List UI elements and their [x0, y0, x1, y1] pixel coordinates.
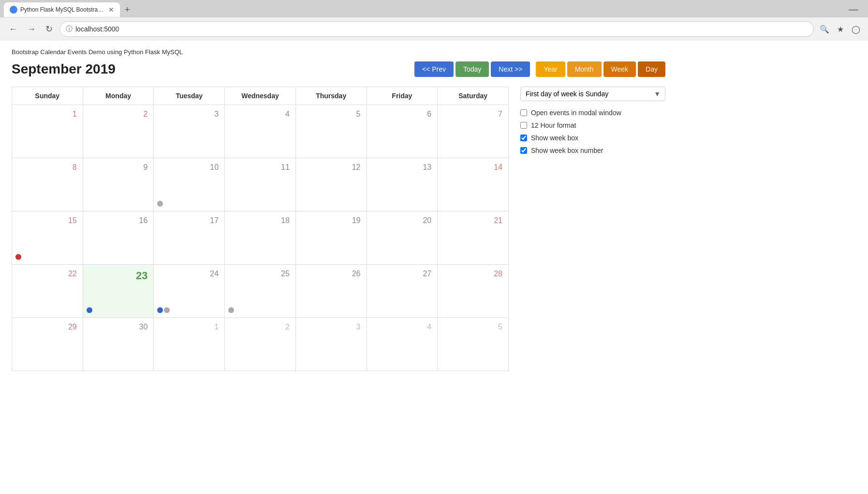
week-button[interactable]: Week [603, 61, 636, 77]
table-row[interactable]: 29 [12, 318, 83, 371]
cell-date: 13 [371, 162, 434, 173]
table-row[interactable]: 27 [367, 265, 438, 318]
month-button[interactable]: Month [567, 61, 602, 77]
event-dots [228, 307, 235, 314]
table-row[interactable]: 30 [83, 318, 154, 371]
col-monday: Monday [83, 87, 154, 105]
opt-12hour-label[interactable]: 12 Hour format [531, 121, 576, 129]
table-row[interactable]: 3 [154, 105, 225, 158]
table-row[interactable]: 20 [367, 211, 438, 265]
opt-12hour-checkbox[interactable] [520, 122, 527, 129]
table-row[interactable]: 16 [83, 211, 154, 265]
next-button[interactable]: Next >> [491, 61, 530, 77]
prev-button[interactable]: << Prev [414, 61, 454, 77]
event-dots [86, 307, 93, 314]
extensions-button[interactable]: ◯ [850, 23, 862, 36]
table-row[interactable]: 10 [154, 158, 225, 211]
address-bar[interactable]: ⓘ localhost:5000 [59, 21, 814, 37]
gray-event-dot [157, 201, 163, 207]
table-row[interactable]: 12 [295, 158, 367, 211]
sidebar-option-opt-modal: Open events in modal window [520, 109, 665, 117]
table-row[interactable]: 11 [225, 158, 296, 211]
search-button[interactable]: 🔍 [818, 23, 831, 36]
calendar-main: Sunday Monday Tuesday Wednesday Thursday… [12, 87, 509, 371]
table-row[interactable]: 2 [225, 318, 296, 371]
forward-button[interactable]: → [24, 22, 39, 36]
table-row[interactable]: 2 [83, 105, 154, 158]
calendar-week-row: 293012345 [12, 318, 509, 371]
today-button[interactable]: Today [456, 61, 489, 77]
opt-weekbox-label[interactable]: Show week box [531, 134, 578, 142]
cell-date: 27 [371, 269, 434, 279]
opt-weekboxnum-checkbox[interactable] [520, 147, 527, 154]
cell-date: 12 [300, 162, 363, 173]
table-row[interactable]: 18 [225, 211, 296, 265]
year-button[interactable]: Year [536, 61, 565, 77]
table-row[interactable]: 15 [12, 211, 83, 265]
table-row[interactable]: 17 [154, 211, 225, 265]
sidebar-option-opt-weekboxnum: Show week box number [520, 147, 665, 154]
table-row[interactable]: 7 [438, 105, 509, 158]
cell-date: 7 [441, 109, 504, 120]
cell-date: 8 [16, 162, 79, 173]
cell-date: 21 [441, 215, 504, 226]
cell-date: 15 [16, 215, 79, 226]
first-day-select[interactable]: First day of week is SundayFirst day of … [520, 87, 665, 101]
table-row[interactable]: 28 [438, 265, 509, 318]
table-row[interactable]: 14 [438, 158, 509, 211]
new-tab-button[interactable]: + [122, 4, 133, 16]
cell-date: 24 [158, 269, 221, 279]
cell-date: 30 [87, 322, 150, 332]
cell-date: 1 [16, 109, 79, 120]
event-dots [157, 307, 170, 314]
cell-date: 4 [229, 109, 292, 120]
cell-date: 4 [371, 322, 434, 332]
table-row[interactable]: 22 [12, 265, 83, 318]
opt-modal-checkbox[interactable] [520, 109, 527, 116]
gray-event-dot [228, 307, 234, 313]
table-row[interactable]: 5 [295, 105, 367, 158]
browser-chrome: Python Flask MySQL Bootstrap C... ✕ + — … [0, 0, 868, 41]
table-row[interactable]: 3 [295, 318, 367, 371]
table-row[interactable]: 24 [154, 265, 225, 318]
col-wednesday: Wednesday [225, 87, 296, 105]
table-row[interactable]: 5 [438, 318, 509, 371]
bookmark-button[interactable]: ★ [835, 23, 846, 36]
cell-date: 2 [87, 109, 150, 120]
opt-modal-label[interactable]: Open events in modal window [531, 109, 621, 117]
table-row[interactable]: 19 [295, 211, 367, 265]
calendar-container: Sunday Monday Tuesday Wednesday Thursday… [12, 87, 665, 371]
cell-date: 25 [229, 269, 292, 279]
back-button[interactable]: ← [6, 22, 20, 36]
calendar-week-row: 15161718192021 [12, 211, 509, 265]
table-row[interactable]: 4 [225, 105, 296, 158]
opt-weekboxnum-label[interactable]: Show week box number [531, 147, 603, 154]
table-row[interactable]: 26 [295, 265, 367, 318]
opt-weekbox-checkbox[interactable] [520, 135, 527, 141]
toolbar-icons: 🔍 ★ ◯ [818, 23, 862, 36]
table-row[interactable]: 23 [83, 265, 154, 318]
refresh-button[interactable]: ↻ [43, 22, 56, 36]
tab-close-button[interactable]: ✕ [108, 6, 114, 14]
table-row[interactable]: 8 [12, 158, 83, 211]
sidebar-option-opt-12hour: 12 Hour format [520, 121, 665, 129]
day-button[interactable]: Day [638, 61, 665, 77]
first-day-wrapper: First day of week is SundayFirst day of … [520, 87, 665, 101]
active-tab[interactable]: Python Flask MySQL Bootstrap C... ✕ [4, 2, 120, 17]
url-text: localhost:5000 [75, 25, 808, 33]
table-row[interactable]: 21 [438, 211, 509, 265]
table-row[interactable]: 9 [83, 158, 154, 211]
table-row[interactable]: 4 [367, 318, 438, 371]
table-row[interactable]: 25 [225, 265, 296, 318]
cell-date: 10 [158, 162, 221, 173]
table-row[interactable]: 1 [12, 105, 83, 158]
tab-bar: Python Flask MySQL Bootstrap C... ✕ + — [0, 0, 868, 17]
cell-date: 29 [16, 322, 79, 332]
cell-date: 16 [87, 215, 150, 226]
calendar-sidebar: First day of week is SundayFirst day of … [520, 87, 665, 371]
minimize-button[interactable]: — [849, 4, 858, 15]
table-row[interactable]: 13 [367, 158, 438, 211]
calendar-nav-buttons: << Prev Today Next >> Year Month Week Da… [414, 61, 665, 77]
table-row[interactable]: 1 [154, 318, 225, 371]
table-row[interactable]: 6 [367, 105, 438, 158]
